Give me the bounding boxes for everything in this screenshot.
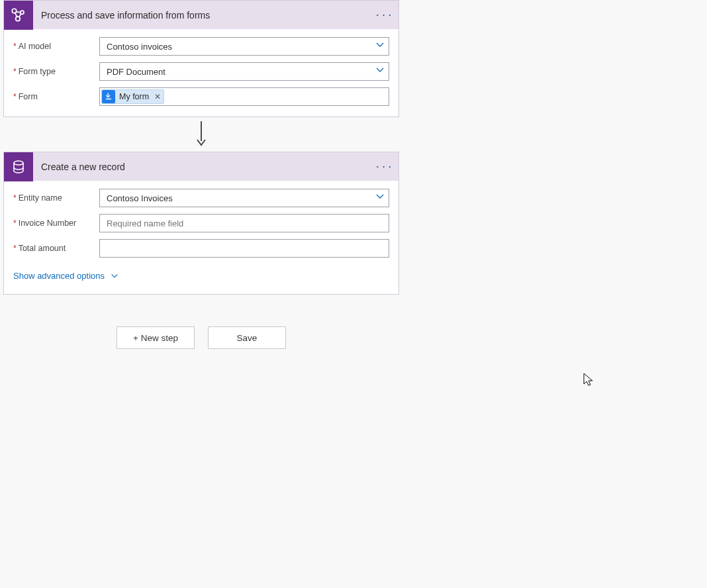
ai-model-select[interactable]: Contoso invoices xyxy=(99,37,389,56)
token-label: My form xyxy=(119,92,149,101)
field-form: *Form My form ✕ xyxy=(13,87,389,106)
card-title: Create a new record xyxy=(33,162,369,172)
card-process-save-forms: Process and save information from forms … xyxy=(3,0,399,117)
form-type-select[interactable]: PDF Document xyxy=(99,62,389,81)
button-label: Save xyxy=(237,333,258,343)
token-remove-icon[interactable]: ✕ xyxy=(154,92,161,101)
select-value: Contoso Invoices xyxy=(107,193,173,203)
link-text: Show advanced options xyxy=(13,271,105,281)
field-label: *Form type xyxy=(13,67,99,76)
footer-buttons: + New step Save xyxy=(3,326,399,349)
invoice-number-input[interactable]: Required name field xyxy=(99,214,389,232)
field-entity-name: *Entity name Contoso Invoices xyxy=(13,189,389,207)
chevron-down-icon xyxy=(110,271,119,281)
label-text: Total amount xyxy=(19,244,66,253)
card-body: *Entity name Contoso Invoices *Invoice N… xyxy=(4,181,399,294)
label-text: Entity name xyxy=(19,193,62,203)
ai-builder-icon xyxy=(4,1,33,30)
form-token-input[interactable]: My form ✕ xyxy=(99,87,389,106)
field-label: *AI model xyxy=(13,42,99,51)
field-label: *Form xyxy=(13,92,99,101)
pointer-icon xyxy=(102,90,115,103)
save-button[interactable]: Save xyxy=(208,326,286,349)
field-label: *Entity name xyxy=(13,193,99,203)
new-step-button[interactable]: + New step xyxy=(117,326,195,349)
card-title: Process and save information from forms xyxy=(33,10,369,21)
card-menu-button[interactable]: · · · xyxy=(369,10,399,20)
card-menu-button[interactable]: · · · xyxy=(369,162,399,172)
field-form-type: *Form type PDF Document xyxy=(13,62,389,81)
card-create-record: Create a new record · · · *Entity name C… xyxy=(3,152,399,295)
svg-point-0 xyxy=(12,9,17,13)
show-advanced-options-link[interactable]: Show advanced options xyxy=(13,264,389,283)
svg-point-2 xyxy=(16,17,21,21)
card-header[interactable]: Create a new record · · · xyxy=(4,152,399,181)
arrow-connector xyxy=(3,117,399,152)
select-value: Contoso invoices xyxy=(107,42,172,52)
field-label: *Total amount xyxy=(13,244,99,253)
label-text: Form type xyxy=(19,67,56,76)
field-ai-model: *AI model Contoso invoices xyxy=(13,37,389,56)
label-text: Invoice Number xyxy=(19,219,77,228)
svg-line-3 xyxy=(16,11,21,12)
cursor-icon xyxy=(583,372,594,389)
form-token[interactable]: My form ✕ xyxy=(101,89,164,104)
field-total-amount: *Total amount xyxy=(13,239,389,258)
svg-line-4 xyxy=(15,13,17,17)
database-icon xyxy=(4,152,33,181)
card-header[interactable]: Process and save information from forms … xyxy=(4,0,399,29)
select-value: PDF Document xyxy=(107,67,165,77)
entity-name-select[interactable]: Contoso Invoices xyxy=(99,189,389,207)
button-label: + New step xyxy=(133,333,178,343)
svg-point-7 xyxy=(14,161,23,165)
svg-line-5 xyxy=(19,13,21,17)
field-label: *Invoice Number xyxy=(13,219,99,228)
placeholder-text: Required name field xyxy=(107,219,183,228)
field-invoice-number: *Invoice Number Required name field xyxy=(13,214,389,232)
total-amount-input[interactable] xyxy=(99,239,389,258)
card-body: *AI model Contoso invoices *Form type PD… xyxy=(4,29,399,117)
svg-point-1 xyxy=(21,11,24,14)
label-text: AI model xyxy=(19,42,51,51)
label-text: Form xyxy=(19,92,38,101)
